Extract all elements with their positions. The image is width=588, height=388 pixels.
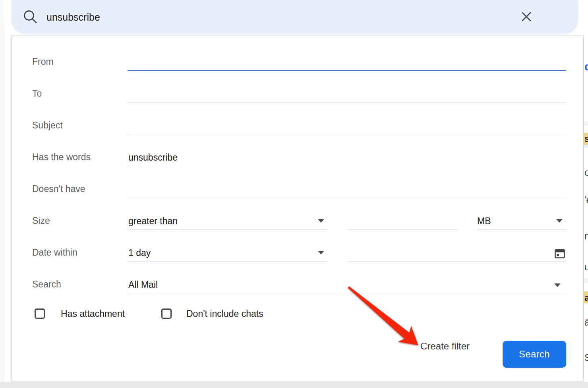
- from-label: From: [32, 53, 54, 71]
- background-fragment: o: [584, 167, 588, 178]
- to-label: To: [32, 85, 42, 103]
- search-scope-label: Search: [32, 276, 61, 293]
- date-input[interactable]: [347, 244, 566, 262]
- background-fragment: [584, 145, 588, 148]
- has-words-input[interactable]: unsubscribe: [128, 149, 566, 166]
- checkbox-row: Has attachment Don't include chats: [12, 307, 583, 323]
- background-fragment: u: [584, 262, 588, 273]
- page-bottom-gutter: [0, 382, 588, 388]
- search-icon: [22, 9, 38, 25]
- size-operator-value: greater than: [128, 216, 178, 227]
- search-scope-dropdown[interactable]: All Mail: [128, 276, 566, 293]
- search-scope-value: All Mail: [128, 279, 158, 290]
- create-filter-button[interactable]: Create filter: [416, 338, 474, 355]
- has-attachment-label: Has attachment: [61, 307, 125, 320]
- date-within-label: Date within: [32, 244, 77, 262]
- subject-label: Subject: [32, 117, 63, 134]
- background-fragment: n: [584, 231, 588, 242]
- date-range-value: 1 day: [128, 248, 151, 258]
- chevron-down-icon: [318, 251, 324, 254]
- from-input[interactable]: [128, 53, 566, 71]
- calendar-icon[interactable]: [554, 248, 565, 259]
- page-left-gutter: [0, 0, 4, 388]
- date-range-dropdown[interactable]: 1 day: [128, 244, 327, 262]
- chevron-down-icon: [318, 219, 324, 223]
- background-fragment: s: [584, 134, 588, 144]
- form-row-size: Size greater than MB: [12, 212, 583, 230]
- background-fragment: [584, 122, 588, 126]
- form-row-doesnt-have: Doesn't have: [12, 180, 583, 198]
- background-fragment: a: [584, 293, 588, 303]
- size-operator-dropdown[interactable]: greater than: [128, 212, 327, 230]
- close-icon[interactable]: [520, 10, 533, 23]
- to-input[interactable]: [128, 85, 566, 103]
- size-label: Size: [32, 212, 50, 230]
- has-words-value: unsubscribe: [128, 152, 178, 163]
- form-row-search-scope: Search All Mail: [12, 276, 583, 293]
- background-fragment: [584, 278, 588, 283]
- form-row-subject: Subject: [12, 117, 583, 134]
- doesnt-have-label: Doesn't have: [32, 180, 85, 198]
- size-unit-dropdown[interactable]: MB: [476, 212, 566, 230]
- advanced-search-panel: From To Subject Has the words unsubscrib…: [11, 35, 584, 381]
- form-row-date-within: Date within 1 day: [12, 244, 583, 262]
- form-row-has-words: Has the words unsubscribe: [12, 149, 583, 166]
- form-row-from: From: [12, 53, 583, 71]
- size-amount-input[interactable]: [347, 212, 458, 230]
- background-fragment: 'e: [584, 195, 588, 206]
- doesnt-have-input[interactable]: [128, 180, 566, 198]
- has-words-label: Has the words: [32, 149, 91, 166]
- dont-include-chats-checkbox[interactable]: [161, 308, 172, 319]
- chevron-down-icon: [554, 283, 561, 287]
- background-fragment: d: [584, 60, 588, 73]
- search-button[interactable]: Search: [503, 341, 566, 368]
- form-row-to: To: [12, 85, 583, 103]
- chevron-down-icon: [556, 219, 563, 223]
- search-query-text[interactable]: unsubscribe: [46, 0, 100, 34]
- size-unit-value: MB: [477, 216, 491, 227]
- has-attachment-checkbox[interactable]: [35, 308, 45, 319]
- background-fragment: S: [584, 352, 588, 363]
- subject-input[interactable]: [128, 117, 566, 134]
- background-fragment: ä: [584, 317, 588, 328]
- dont-include-chats-label: Don't include chats: [186, 307, 263, 320]
